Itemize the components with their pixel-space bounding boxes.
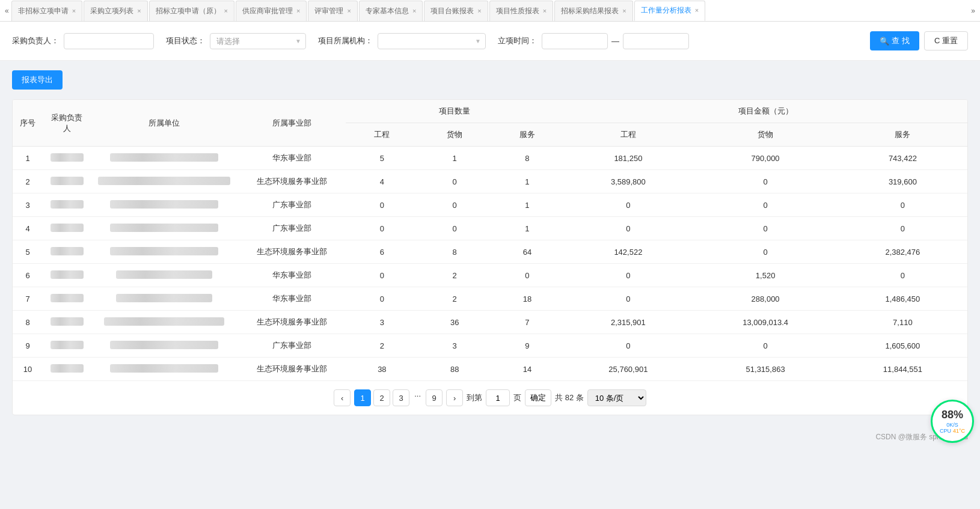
org-filter: 项目所属机构： ▼	[318, 33, 486, 49]
reset-button[interactable]: C 重置	[924, 31, 968, 50]
tab-label: 非招标立项申请	[18, 6, 69, 16]
table-row: 1 华东事业部 5 1 8 181,250 790,000 743,422	[13, 147, 967, 170]
tab-close-4[interactable]: ×	[347, 8, 351, 14]
date-label: 立项时间：	[498, 35, 537, 46]
org-label: 项目所属机构：	[318, 35, 373, 46]
tab-close-1[interactable]: ×	[137, 8, 141, 14]
net-speed: 0K/S	[946, 422, 958, 428]
status-label: 项目状态：	[166, 35, 205, 46]
cell-index: 5	[13, 240, 43, 264]
tab-item-2[interactable]: 招标立项申请（原）×	[149, 1, 234, 21]
cell-amt-eng: 181,250	[563, 147, 693, 170]
cell-qty-goods: 0	[418, 170, 491, 194]
tab-close-6[interactable]: ×	[477, 8, 481, 14]
cell-index: 4	[13, 217, 43, 240]
page-confirm-btn[interactable]: 确定	[525, 389, 551, 406]
org-select-wrapper: ▼	[378, 33, 486, 49]
tab-bar: « 非招标立项申请×采购立项列表×招标立项申请（原）×供应商审批管理×评审管理×…	[0, 0, 980, 22]
cell-unit	[91, 358, 237, 381]
cpu-percent: 88%	[942, 409, 963, 422]
cell-qty-eng: 0	[346, 287, 418, 311]
cell-unit	[91, 287, 237, 311]
table-row: 3 广东事业部 0 0 1 0 0 0	[13, 194, 967, 217]
goto-label: 到第	[467, 392, 482, 403]
cell-qty-eng: 0	[346, 217, 418, 240]
date-end-input[interactable]	[623, 33, 689, 49]
cell-amt-goods: 13,009,013.4	[693, 311, 838, 334]
cell-amt-svc: 11,844,551	[838, 358, 967, 381]
tab-label: 项目性质报表	[496, 6, 539, 16]
page-btn-9[interactable]: 9	[426, 389, 443, 406]
page-nav: 到第 页 确定 共 82 条 10 条/页 20 条/页 50 条/页	[467, 389, 646, 406]
tab-label: 评审管理	[314, 6, 343, 16]
cell-purchaser	[43, 311, 91, 334]
tab-next-btn[interactable]: »	[969, 7, 978, 15]
page-btn-1[interactable]: 1	[354, 389, 371, 406]
cell-amt-svc: 319,600	[838, 170, 967, 194]
tab-close-7[interactable]: ×	[543, 8, 547, 14]
tab-item-0[interactable]: 非招标立项申请×	[11, 1, 82, 21]
cell-purchaser	[43, 334, 91, 358]
cell-amt-goods: 790,000	[693, 147, 838, 170]
cell-index: 8	[13, 311, 43, 334]
page-next-btn[interactable]: ›	[446, 389, 463, 406]
tab-item-7[interactable]: 项目性质报表×	[489, 1, 553, 21]
cell-qty-goods: 0	[418, 217, 491, 240]
tab-close-0[interactable]: ×	[72, 8, 76, 14]
footer: CSDN @微服务 spring cloud	[0, 425, 980, 450]
tab-item-1[interactable]: 采购立项列表×	[84, 1, 147, 21]
cell-index: 3	[13, 194, 43, 217]
tab-label: 采购立项列表	[90, 6, 133, 16]
page-btn-3[interactable]: 3	[393, 389, 409, 406]
cell-amt-svc: 7,110	[838, 311, 967, 334]
cell-qty-eng: 2	[346, 334, 418, 358]
date-start-input[interactable]	[542, 33, 608, 49]
tab-close-8[interactable]: ×	[622, 8, 626, 14]
cell-dept: 生态环境服务事业部	[237, 358, 346, 381]
date-filter: 立项时间： —	[498, 33, 689, 49]
cell-amt-eng: 0	[563, 264, 693, 287]
tab-close-3[interactable]: ×	[296, 8, 300, 14]
search-button[interactable]: 🔍 查 找	[870, 31, 919, 50]
cell-qty-svc: 8	[491, 147, 564, 170]
tab-prev-btn[interactable]: «	[2, 7, 11, 15]
cell-unit	[91, 194, 237, 217]
cell-index: 10	[13, 358, 43, 381]
cell-purchaser	[43, 240, 91, 264]
cell-amt-goods: 0	[693, 217, 838, 240]
export-button[interactable]: 报表导出	[12, 70, 63, 90]
tab-item-3[interactable]: 供应商审批管理×	[236, 1, 307, 21]
cell-index: 2	[13, 170, 43, 194]
page-btn-2[interactable]: 2	[373, 389, 390, 406]
tab-close-2[interactable]: ×	[224, 8, 228, 14]
tab-item-8[interactable]: 招标采购结果报表×	[554, 1, 632, 21]
cell-purchaser	[43, 194, 91, 217]
cell-qty-goods: 8	[418, 240, 491, 264]
cell-amt-svc: 2,382,476	[838, 240, 967, 264]
cell-amt-goods: 0	[693, 194, 838, 217]
cell-qty-svc: 1	[491, 217, 564, 240]
page-size-select[interactable]: 10 条/页 20 条/页 50 条/页	[587, 389, 646, 406]
page-prev-btn[interactable]: ‹	[334, 389, 351, 406]
status-filter: 项目状态： 请选择 ▼	[166, 33, 306, 49]
cell-purchaser	[43, 170, 91, 194]
org-select[interactable]	[378, 33, 486, 49]
cell-purchaser	[43, 147, 91, 170]
purchaser-input[interactable]	[64, 33, 154, 49]
cell-qty-svc: 14	[491, 358, 564, 381]
cell-amt-svc: 1,605,600	[838, 334, 967, 358]
cell-unit	[91, 170, 237, 194]
tab-item-9[interactable]: 工作量分析报表×	[634, 1, 705, 21]
goto-input[interactable]	[486, 389, 510, 406]
tab-close-5[interactable]: ×	[412, 8, 416, 14]
col-unit: 所属单位	[91, 100, 237, 147]
cell-dept: 生态环境服务事业部	[237, 240, 346, 264]
col-dept: 所属事业部	[237, 100, 346, 147]
purchaser-label: 采购负责人：	[12, 35, 59, 46]
cell-amt-eng: 25,760,901	[563, 358, 693, 381]
tab-item-4[interactable]: 评审管理×	[308, 1, 357, 21]
tab-item-5[interactable]: 专家基本信息×	[359, 1, 423, 21]
status-select[interactable]: 请选择	[210, 33, 306, 49]
tab-item-6[interactable]: 项目台账报表×	[424, 1, 488, 21]
tab-close-9[interactable]: ×	[695, 7, 699, 14]
